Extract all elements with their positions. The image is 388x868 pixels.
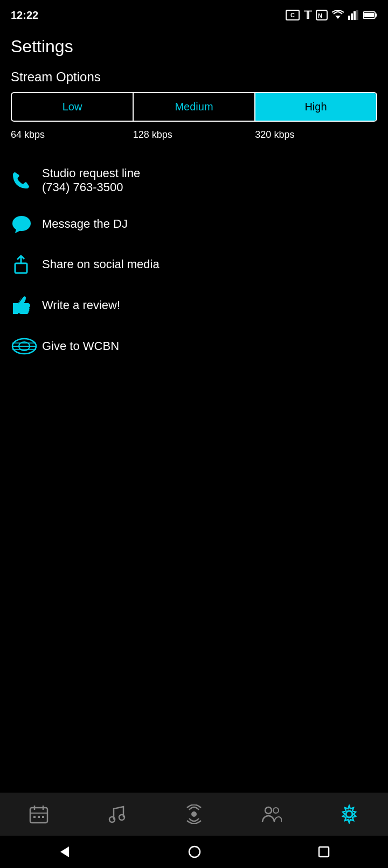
stream-medium-button[interactable]: Medium [134,93,255,121]
stream-low-button[interactable]: Low [12,93,134,121]
signal-icon [348,10,359,20]
svg-point-32 [189,846,200,857]
write-review-label: Write a review! [42,298,120,312]
svg-point-28 [265,807,272,814]
kbps-labels: 64 kbps 128 kbps 320 kbps [11,126,377,141]
svg-rect-24 [42,816,44,818]
medium-kbps-label: 128 kbps [133,126,255,141]
donate-icon [11,335,42,357]
wifi-icon [332,10,344,20]
nav-item-schedule[interactable] [17,798,60,830]
page-title: Settings [11,37,377,57]
svg-rect-23 [38,816,40,818]
svg-point-10 [12,216,31,231]
svg-point-29 [273,808,279,813]
menu-item-donate[interactable]: Give to WCBN [0,326,388,367]
high-kbps-label: 320 kbps [255,126,377,141]
nav-item-settings[interactable] [328,798,371,830]
recent-apps-button[interactable] [317,845,331,859]
battery-icon [363,11,377,19]
nav-item-radio[interactable] [172,798,216,830]
status-bar: 12:22 C 𝕋 N [0,0,388,28]
page-title-bar: Settings [0,28,388,69]
give-wcbn-label: Give to WCBN [42,339,119,353]
stream-quality-selector: Low Medium High [11,92,377,122]
svg-rect-8 [375,13,377,17]
system-nav [0,836,388,868]
nfc-icon: N [316,10,328,20]
share-social-label: Share on social media [42,257,160,271]
svg-rect-33 [319,847,329,857]
menu-item-message[interactable]: Message the DJ [0,204,388,244]
menu-item-share[interactable]: Share on social media [0,244,388,285]
share-icon [11,254,42,275]
menu-item-studio[interactable]: Studio request line (734) 763-3500 [0,157,388,204]
svg-rect-6 [356,10,358,20]
home-button[interactable] [187,844,202,859]
low-kbps-label: 64 kbps [11,126,133,141]
menu-item-review[interactable]: Write a review! [0,285,388,326]
svg-point-30 [346,811,352,817]
studio-request-phone: (734) 763-3500 [42,180,140,194]
back-button[interactable] [57,844,72,859]
svg-rect-22 [33,816,36,818]
svg-rect-4 [351,13,353,20]
status-time: 12:22 [11,9,38,22]
studio-request-text: Studio request line (734) 763-3500 [42,166,140,194]
carrier-c-icon: C [286,10,300,20]
svg-rect-12 [15,263,27,273]
svg-marker-2 [335,16,341,19]
bottom-nav [0,793,388,836]
svg-rect-5 [354,11,356,20]
status-icons: C 𝕋 N [286,9,377,22]
thumbsup-icon [11,295,42,316]
nav-item-music[interactable] [95,798,138,830]
stream-options-header: Stream Options [0,69,388,92]
svg-rect-9 [364,13,374,17]
nav-item-people[interactable] [250,798,293,830]
svg-text:N: N [318,12,322,19]
svg-rect-18 [30,808,47,823]
svg-marker-31 [60,846,69,857]
phone-icon [11,170,42,191]
message-dj-label: Message the DJ [42,217,128,231]
carrier-t-icon: 𝕋 [304,9,311,22]
studio-request-label: Studio request line [42,166,140,180]
svg-rect-3 [348,16,350,20]
svg-point-27 [191,811,197,817]
message-icon [11,214,42,234]
stream-high-button[interactable]: High [255,93,376,121]
